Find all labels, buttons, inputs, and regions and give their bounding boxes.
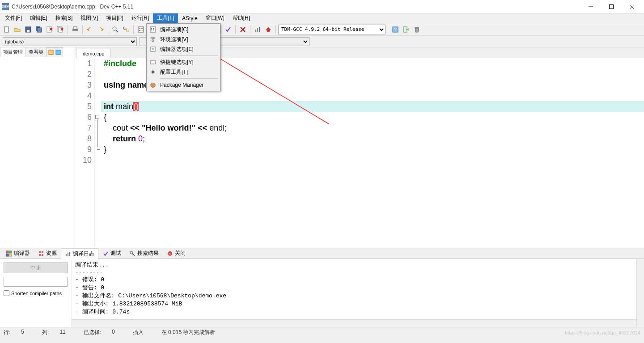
menu-help[interactable]: 帮助[H] — [229, 13, 254, 23]
new-file-icon[interactable] — [2, 25, 12, 34]
svg-rect-85 — [69, 252, 70, 256]
bottom-panel: 编译器 资源 编译日志 调试 搜索结果 关闭 中止 Shorten compil… — [0, 248, 644, 327]
svg-rect-68 — [150, 61, 156, 64]
btab-search-results[interactable]: 搜索结果 — [125, 248, 163, 259]
vertical-scrollbar[interactable] — [636, 259, 644, 327]
svg-rect-78 — [9, 254, 12, 256]
abort-button[interactable]: 中止 — [4, 263, 68, 273]
svg-rect-81 — [39, 254, 41, 256]
svg-rect-1 — [610, 4, 614, 8]
svg-rect-59 — [153, 30, 154, 30]
svg-rect-58 — [151, 30, 152, 30]
btab-resources[interactable]: 资源 — [34, 248, 61, 259]
horizontal-scrollbar[interactable] — [72, 319, 636, 327]
minimize-button[interactable] — [580, 0, 601, 13]
editor-tab[interactable]: demo.cpp — [76, 49, 111, 58]
save-icon[interactable] — [23, 25, 33, 34]
profile-icon[interactable] — [253, 25, 263, 34]
svg-rect-77 — [6, 254, 8, 256]
watermark: https://blog.csdn.net/qq_46207024 — [565, 330, 640, 335]
menu-edit[interactable]: 编辑[E] — [26, 13, 51, 23]
filter-input[interactable] — [4, 277, 68, 287]
app-icon: DEV — [2, 3, 9, 10]
help-icon[interactable]: ? — [390, 25, 400, 34]
menu-item-label: 编辑器选项[E] — [160, 46, 194, 53]
compiler-select[interactable]: TDM-GCC 4.9.2 64-bit Release — [278, 25, 386, 34]
svg-rect-54 — [56, 50, 60, 55]
save-all-icon[interactable] — [34, 25, 44, 34]
menu-item-label: 配置工具[T] — [160, 68, 188, 76]
svg-rect-75 — [6, 251, 8, 253]
svg-text:?: ? — [394, 27, 397, 32]
menu-astyle[interactable]: AStyle — [178, 13, 202, 23]
svg-rect-26 — [139, 30, 140, 31]
window-title: C:\Users\10568\Desktop\demo.cpp - Dev-C+… — [12, 4, 580, 10]
redo-icon[interactable] — [96, 25, 106, 34]
status-bar: 行:5 列:11 已选择:0 插入 在 0.015 秒内完成解析 https:/… — [0, 327, 644, 338]
maximize-button[interactable] — [601, 0, 622, 13]
find-icon[interactable] — [110, 25, 120, 34]
compile-output[interactable]: 编译结果... -------- - 错误: 0 - 警告: 0 - 输出文件名… — [72, 259, 636, 319]
line-gutter: 12345678910 — [75, 58, 95, 248]
toolbar: TDM-GCC 4.9.2 64-bit Release ? — [0, 23, 644, 36]
svg-rect-76 — [9, 251, 12, 253]
menu-package-manager[interactable]: Package Manager — [148, 80, 219, 90]
svg-rect-8 — [37, 28, 42, 32]
menu-file[interactable]: 文件[F] — [1, 13, 26, 23]
svg-rect-69 — [151, 62, 152, 62]
tab-classes[interactable]: 查看类 — [25, 47, 47, 57]
print-icon[interactable] — [70, 25, 80, 34]
shorten-paths-checkbox[interactable]: Shorten compiler paths — [4, 290, 68, 296]
trash-icon[interactable] — [412, 25, 422, 34]
menu-bar: 文件[F] 编辑[E] 搜索[S] 视图[V] 项目[P] 运行[R] 工具[T… — [0, 13, 644, 23]
svg-line-87 — [132, 254, 135, 256]
svg-point-18 — [113, 27, 116, 30]
editor-options-icon — [149, 46, 157, 53]
svg-rect-22 — [126, 30, 129, 32]
menu-window[interactable]: 窗口[W] — [202, 13, 229, 23]
menu-shortcuts[interactable]: 快捷键选项[Y] — [148, 57, 219, 67]
shortcuts-icon — [149, 59, 157, 66]
svg-rect-57 — [153, 28, 154, 29]
check-icon[interactable] — [223, 25, 233, 34]
package-manager-icon — [149, 81, 157, 89]
close-button[interactable] — [622, 0, 642, 13]
undo-icon[interactable] — [85, 25, 95, 34]
menu-search[interactable]: 搜索[S] — [51, 13, 77, 23]
btab-compile-log[interactable]: 编译日志 — [61, 248, 98, 259]
menu-item-label: 编译选项[C] — [160, 26, 188, 34]
environment-options-icon — [149, 36, 157, 43]
menu-run[interactable]: 运行[R] — [127, 13, 153, 23]
sidebar-body — [0, 57, 75, 248]
menu-tools[interactable]: 工具[T] — [153, 13, 178, 23]
close-file-icon[interactable] — [45, 25, 55, 34]
debug-icon[interactable] — [263, 25, 273, 34]
tab-project[interactable]: 项目管理 — [0, 47, 26, 57]
svg-rect-72 — [152, 71, 154, 73]
svg-rect-82 — [42, 254, 43, 256]
tab-debug-icons[interactable] — [46, 47, 63, 57]
exit-icon[interactable] — [401, 25, 411, 34]
close-all-icon[interactable] — [55, 25, 65, 34]
svg-rect-70 — [153, 62, 153, 62]
open-icon[interactable] — [13, 25, 22, 34]
menu-configure-tools[interactable]: 配置工具[T] — [148, 67, 219, 77]
scope-select[interactable]: (globals) — [3, 37, 137, 46]
menu-compiler-options[interactable]: 编译选项[C] — [148, 25, 219, 34]
menu-editor-options[interactable]: 编辑器选项[E] — [148, 44, 219, 54]
compiler-options-icon — [149, 26, 157, 33]
menu-environment-options[interactable]: 环境选项[V] — [148, 34, 219, 44]
fold-column[interactable]: − — [95, 58, 101, 248]
compile-icon[interactable] — [136, 25, 146, 34]
replace-icon[interactable] — [121, 25, 131, 34]
menu-project[interactable]: 项目[P] — [102, 13, 127, 23]
btab-compiler[interactable]: 编译器 — [2, 248, 34, 259]
menu-item-label: Package Manager — [160, 82, 203, 88]
btab-debug[interactable]: 调试 — [98, 248, 125, 259]
menu-view[interactable]: 视图[V] — [76, 13, 102, 23]
svg-rect-24 — [139, 28, 140, 29]
svg-point-62 — [152, 40, 154, 42]
stop-icon[interactable] — [238, 25, 248, 34]
svg-rect-83 — [66, 254, 67, 256]
btab-close[interactable]: 关闭 — [163, 248, 190, 259]
